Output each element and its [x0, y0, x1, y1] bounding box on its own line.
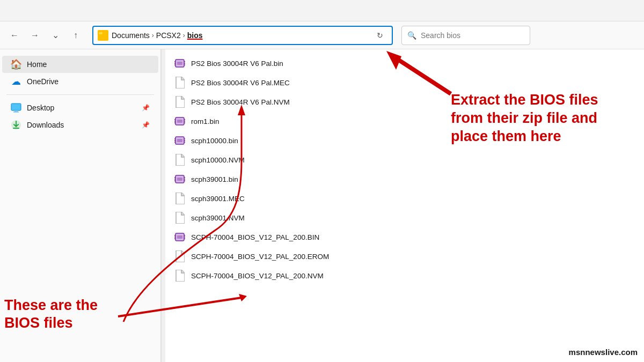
- file-name: SCPH-70004_BIOS_V12_PAL_200.BIN: [191, 233, 319, 241]
- generic-file-icon: [174, 96, 186, 108]
- file-name: scph10000.bin: [191, 137, 238, 145]
- dropdown-button[interactable]: ⌄: [47, 27, 63, 43]
- breadcrumb-documents[interactable]: Documents: [112, 31, 150, 40]
- address-bar[interactable]: Documents › PCSX2 › bios ↻: [92, 26, 393, 45]
- home-icon: 🏠: [11, 59, 21, 70]
- file-item[interactable]: SCPH-70004_BIOS_V12_PAL_200.NVM: [165, 266, 644, 285]
- sidebar-label-downloads: Downloads: [27, 121, 64, 129]
- scrollbar[interactable]: [161, 49, 165, 362]
- file-item[interactable]: PS2 Bios 30004R V6 Pal.MEC: [165, 73, 644, 92]
- breadcrumb-sep-1: ›: [152, 32, 154, 39]
- back-button[interactable]: ←: [6, 27, 23, 43]
- file-item[interactable]: SCPH-70004_BIOS_V12_PAL_200.EROM: [165, 247, 644, 266]
- toolbar: [0, 0, 644, 21]
- file-name: PS2 Bios 30004R V6 Pal.NVM: [191, 98, 290, 106]
- sidebar-item-desktop[interactable]: Desktop 📌: [2, 99, 158, 116]
- file-item[interactable]: PS2 Bios 30004R V6 Pal.bin: [165, 54, 644, 73]
- file-item[interactable]: scph39001.bin: [165, 169, 644, 189]
- search-icon: 🔍: [407, 31, 416, 40]
- svg-rect-2: [11, 104, 21, 110]
- bios-file-icon: [174, 57, 186, 69]
- up-button[interactable]: ↑: [68, 27, 84, 43]
- breadcrumb-sep-2: ›: [183, 32, 185, 39]
- file-item[interactable]: rom1.bin: [165, 112, 644, 131]
- search-bar[interactable]: 🔍: [401, 26, 530, 45]
- bios-file-icon: [174, 173, 186, 185]
- sidebar-label-onedrive: OneDrive: [27, 77, 58, 86]
- file-name: scph39001.MEC: [191, 195, 245, 203]
- file-item[interactable]: scph39001.MEC: [165, 189, 644, 208]
- nav-bar: ← → ⌄ ↑ Documents › PCSX2 › bios ↻ 🔍: [0, 21, 644, 49]
- sidebar-label-home: Home: [27, 60, 47, 69]
- downloads-icon: [11, 120, 21, 130]
- bios-file-icon: [174, 135, 186, 146]
- file-name: SCPH-70004_BIOS_V12_PAL_200.EROM: [191, 253, 329, 261]
- file-item[interactable]: scph10000.bin: [165, 131, 644, 150]
- sidebar-item-onedrive[interactable]: ☁ OneDrive: [2, 73, 158, 90]
- file-item[interactable]: scph10000.NVM: [165, 150, 644, 169]
- breadcrumb-pcsx2[interactable]: PCSX2: [156, 31, 181, 40]
- breadcrumb-bios[interactable]: bios: [187, 31, 203, 40]
- file-name: scph10000.NVM: [191, 156, 245, 164]
- onedrive-icon: ☁: [11, 76, 21, 87]
- file-name: scph39001.bin: [191, 175, 238, 183]
- generic-file-icon: [174, 193, 186, 204]
- breadcrumb: Documents › PCSX2 › bios: [112, 31, 203, 40]
- main-content: 🏠 Home ☁ OneDrive Desktop 📌: [0, 49, 644, 362]
- folder-icon: [98, 30, 108, 41]
- sidebar: 🏠 Home ☁ OneDrive Desktop 📌: [0, 49, 161, 362]
- bios-file-icon: [174, 231, 186, 243]
- file-name: scph39001.NVM: [191, 214, 245, 222]
- search-input[interactable]: [421, 31, 524, 40]
- svg-rect-4: [13, 112, 19, 113]
- sidebar-item-home[interactable]: 🏠 Home: [2, 56, 158, 73]
- forward-button[interactable]: →: [27, 27, 43, 43]
- svg-rect-1: [99, 32, 103, 34]
- file-item[interactable]: scph39001.NVM: [165, 208, 644, 227]
- file-name: rom1.bin: [191, 117, 219, 125]
- svg-rect-32: [177, 178, 182, 181]
- file-name: PS2 Bios 30004R V6 Pal.MEC: [191, 79, 290, 87]
- sidebar-label-desktop: Desktop: [27, 104, 54, 112]
- file-name: PS2 Bios 30004R V6 Pal.bin: [191, 60, 283, 68]
- bios-file-icon: [174, 115, 186, 127]
- svg-rect-24: [177, 139, 182, 142]
- generic-file-icon: [174, 154, 186, 166]
- sidebar-item-downloads[interactable]: Downloads 📌: [2, 116, 158, 134]
- generic-file-icon: [174, 250, 186, 262]
- file-item[interactable]: PS2 Bios 30004R V6 Pal.NVM: [165, 92, 644, 112]
- generic-file-icon: [174, 77, 186, 88]
- svg-rect-8: [177, 62, 182, 65]
- refresh-button[interactable]: ↻: [372, 28, 387, 43]
- pin-icon-desktop: 📌: [142, 104, 150, 112]
- file-item[interactable]: SCPH-70004_BIOS_V12_PAL_200.BIN: [165, 227, 644, 247]
- svg-rect-16: [177, 120, 182, 123]
- sidebar-divider: [6, 94, 154, 95]
- file-name: SCPH-70004_BIOS_V12_PAL_200.NVM: [191, 272, 324, 280]
- generic-file-icon: [174, 270, 186, 282]
- desktop-icon: [11, 102, 21, 113]
- pin-icon-downloads: 📌: [142, 121, 150, 129]
- file-list: PS2 Bios 30004R V6 Pal.bin PS2 Bios 3000…: [165, 49, 644, 362]
- generic-file-icon: [174, 212, 186, 224]
- svg-rect-40: [177, 235, 182, 239]
